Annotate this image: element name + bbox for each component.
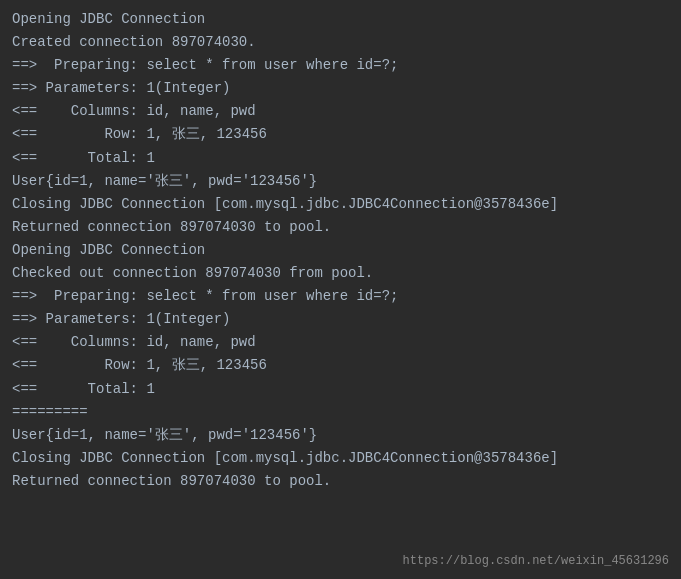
console-line-line18: =========	[12, 401, 669, 424]
console-line-line15: <== Columns: id, name, pwd	[12, 331, 669, 354]
console-line-line4: ==> Parameters: 1(Integer)	[12, 77, 669, 100]
console-line-line17: <== Total: 1	[12, 378, 669, 401]
console-output: Opening JDBC ConnectionCreated connectio…	[0, 0, 681, 579]
watermark: https://blog.csdn.net/weixin_45631296	[403, 552, 669, 571]
console-line-line3: ==> Preparing: select * from user where …	[12, 54, 669, 77]
console-line-line16: <== Row: 1, 张三, 123456	[12, 354, 669, 377]
console-line-line14: ==> Parameters: 1(Integer)	[12, 308, 669, 331]
console-line-line2: Created connection 897074030.	[12, 31, 669, 54]
console-line-line13: ==> Preparing: select * from user where …	[12, 285, 669, 308]
console-line-line12: Checked out connection 897074030 from po…	[12, 262, 669, 285]
console-line-line19: User{id=1, name='张三', pwd='123456'}	[12, 424, 669, 447]
console-line-line6: <== Row: 1, 张三, 123456	[12, 123, 669, 146]
console-line-line11: Opening JDBC Connection	[12, 239, 669, 262]
console-line-line10: Returned connection 897074030 to pool.	[12, 216, 669, 239]
console-line-line5: <== Columns: id, name, pwd	[12, 100, 669, 123]
console-line-line20: Closing JDBC Connection [com.mysql.jdbc.…	[12, 447, 669, 470]
console-line-line1: Opening JDBC Connection	[12, 8, 669, 31]
console-line-line8: User{id=1, name='张三', pwd='123456'}	[12, 170, 669, 193]
console-line-line7: <== Total: 1	[12, 147, 669, 170]
console-line-line9: Closing JDBC Connection [com.mysql.jdbc.…	[12, 193, 669, 216]
console-line-line21: Returned connection 897074030 to pool.	[12, 470, 669, 493]
